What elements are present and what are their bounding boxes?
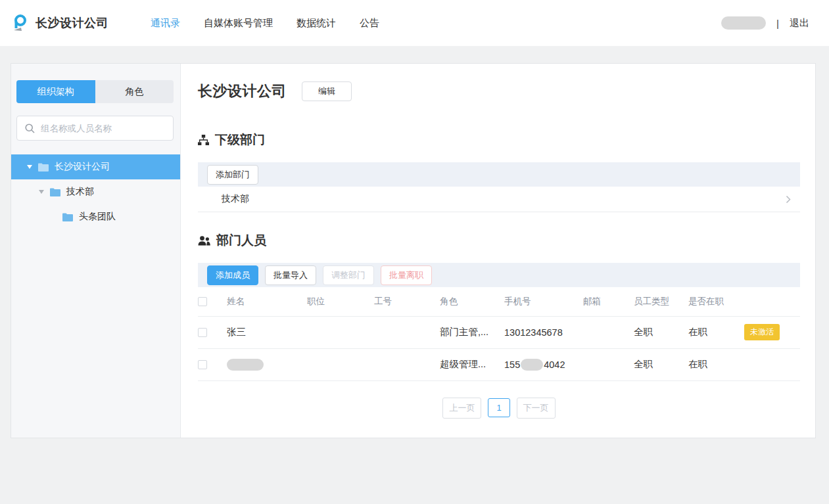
sidebar: 组织架构 角色 长沙设计公司 <box>11 64 181 438</box>
col-header-badge <box>744 287 800 316</box>
sub-departments-heading: 下级部门 <box>198 131 800 149</box>
sitemap-icon <box>198 135 209 145</box>
col-header-emp-no: 工号 <box>374 287 440 316</box>
col-header-type: 员工类型 <box>634 287 688 316</box>
tree-node-label: 技术部 <box>66 186 94 198</box>
next-page-button[interactable]: 下一页 <box>517 398 556 419</box>
caret-down-icon[interactable] <box>27 165 32 169</box>
search-input[interactable] <box>41 124 165 133</box>
table-row[interactable]: 超级管理... 155 4042 全职 在职 <box>198 348 800 380</box>
cell-status: 在职 <box>688 316 744 348</box>
add-member-button[interactable]: 添加成员 <box>207 265 258 285</box>
nav-item-announcements[interactable]: 公告 <box>360 17 379 30</box>
tree-node-company[interactable]: 长沙设计公司 <box>11 154 180 179</box>
chevron-right-icon <box>786 195 791 204</box>
col-header-role: 角色 <box>440 287 504 316</box>
nav-item-statistics[interactable]: 数据统计 <box>296 17 336 30</box>
department-name: 技术部 <box>222 193 249 205</box>
col-header-email: 邮箱 <box>583 287 634 316</box>
row-checkbox[interactable] <box>198 360 207 369</box>
sidebar-tabs: 组织架构 角色 <box>16 80 174 103</box>
members-heading: 部门人员 <box>198 232 800 249</box>
caret-down-icon[interactable] <box>39 190 44 194</box>
cell-role: 超级管理... <box>440 348 504 380</box>
logout-button[interactable]: 退出 <box>790 17 809 30</box>
search-icon <box>25 124 35 133</box>
batch-resign-button[interactable]: 批量离职 <box>381 265 432 285</box>
table-row[interactable]: 张三 部门主管,... 13012345678 全职 在职 未激活 <box>198 316 800 348</box>
select-all-checkbox[interactable] <box>198 297 207 306</box>
phone-prefix: 155 <box>504 359 520 370</box>
col-header-phone: 手机号 <box>504 287 583 316</box>
cell-name: 张三 <box>227 316 307 348</box>
title-row: 长沙设计公司 编辑 <box>198 81 800 101</box>
row-checkbox[interactable] <box>198 328 207 337</box>
phone-suffix: 4042 <box>544 359 565 370</box>
tree-node-tech-dept[interactable]: 技术部 <box>11 179 180 204</box>
cell-type: 全职 <box>634 316 688 348</box>
departments-toolbar: 添加部门 <box>198 162 800 187</box>
org-tree: 长沙设计公司 技术部 头条团队 <box>11 154 180 229</box>
tree-node-toutiao-team[interactable]: 头条团队 <box>11 204 180 229</box>
cell-position <box>307 316 374 348</box>
cell-email <box>583 348 634 380</box>
app-header: 长沙设计公司 通讯录 自媒体账号管理 数据统计 公告 | 退出 <box>0 0 829 46</box>
prev-page-button[interactable]: 上一页 <box>442 398 481 419</box>
cell-emp-no <box>374 316 440 348</box>
edit-button[interactable]: 编辑 <box>302 81 352 101</box>
sidebar-search[interactable] <box>16 116 174 141</box>
folder-icon <box>62 213 73 221</box>
phone-redacted-blob <box>521 359 543 371</box>
batch-import-button[interactable]: 批量导入 <box>265 265 316 285</box>
folder-icon <box>50 188 60 196</box>
col-header-status: 是否在职 <box>688 287 744 316</box>
department-row-tech[interactable]: 技术部 <box>198 187 800 212</box>
cell-phone-masked: 155 4042 <box>504 359 583 371</box>
page-title: 长沙设计公司 <box>198 81 287 101</box>
cell-email <box>583 316 634 348</box>
main-nav: 通讯录 自媒体账号管理 数据统计 公告 <box>151 17 379 30</box>
name-redacted-blob <box>227 359 264 371</box>
cell-phone: 13012345678 <box>504 316 583 348</box>
cell-position <box>307 348 374 380</box>
people-icon <box>198 236 210 246</box>
col-header-position: 职位 <box>307 287 374 316</box>
header-company-name: 长沙设计公司 <box>36 15 108 31</box>
header-divider: | <box>776 18 779 29</box>
header-user-area: | 退出 <box>721 16 809 30</box>
cell-role: 部门主管,... <box>440 316 504 348</box>
pagination: 上一页 1 下一页 <box>198 398 800 419</box>
cell-type: 全职 <box>634 348 688 380</box>
tree-node-label: 头条团队 <box>79 211 116 223</box>
username-redacted-blob <box>721 16 766 30</box>
current-page-button[interactable]: 1 <box>488 398 509 417</box>
folder-icon <box>38 163 49 172</box>
nav-item-media-accounts[interactable]: 自媒体账号管理 <box>204 17 273 30</box>
cell-status: 在职 <box>688 348 744 380</box>
content-card: 组织架构 角色 长沙设计公司 <box>11 63 816 438</box>
tab-roles[interactable]: 角色 <box>95 80 174 103</box>
members-table: 姓名 职位 工号 角色 手机号 邮箱 员工类型 是否在职 张三 部门 <box>198 287 800 381</box>
table-header-row: 姓名 职位 工号 角色 手机号 邮箱 员工类型 是否在职 <box>198 287 800 316</box>
members-title: 部门人员 <box>216 232 266 249</box>
sub-departments-title: 下级部门 <box>215 131 265 149</box>
add-department-button[interactable]: 添加部门 <box>207 165 258 185</box>
adjust-department-button[interactable]: 调整部门 <box>323 265 374 285</box>
tree-node-label: 长沙设计公司 <box>55 161 110 173</box>
col-header-name: 姓名 <box>227 287 307 316</box>
not-activated-badge: 未激活 <box>744 324 780 340</box>
nav-item-contacts[interactable]: 通讯录 <box>151 17 180 30</box>
tab-org-structure[interactable]: 组织架构 <box>16 80 95 103</box>
app-logo-icon <box>12 13 29 33</box>
members-toolbar: 添加成员 批量导入 调整部门 批量离职 <box>198 263 800 287</box>
cell-emp-no <box>374 348 440 380</box>
main-content: 长沙设计公司 编辑 下级部门 添加部门 技术部 <box>181 64 816 438</box>
